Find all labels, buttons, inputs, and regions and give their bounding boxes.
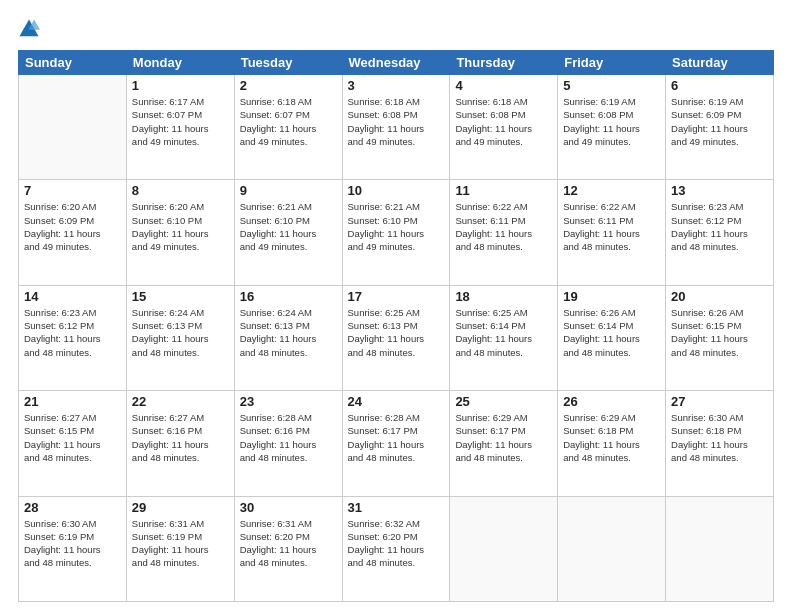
cell-info: Sunrise: 6:20 AM Sunset: 6:10 PM Dayligh… — [132, 200, 229, 253]
day-header-tuesday: Tuesday — [234, 51, 342, 75]
calendar-cell: 17Sunrise: 6:25 AM Sunset: 6:13 PM Dayli… — [342, 285, 450, 390]
day-number: 17 — [348, 289, 445, 304]
cell-info: Sunrise: 6:26 AM Sunset: 6:14 PM Dayligh… — [563, 306, 660, 359]
calendar-cell: 26Sunrise: 6:29 AM Sunset: 6:18 PM Dayli… — [558, 391, 666, 496]
cell-info: Sunrise: 6:27 AM Sunset: 6:16 PM Dayligh… — [132, 411, 229, 464]
week-row-1: 1Sunrise: 6:17 AM Sunset: 6:07 PM Daylig… — [19, 75, 774, 180]
cell-info: Sunrise: 6:31 AM Sunset: 6:19 PM Dayligh… — [132, 517, 229, 570]
logo — [18, 18, 43, 40]
calendar-page: SundayMondayTuesdayWednesdayThursdayFrid… — [0, 0, 792, 612]
day-number: 10 — [348, 183, 445, 198]
cell-info: Sunrise: 6:32 AM Sunset: 6:20 PM Dayligh… — [348, 517, 445, 570]
cell-info: Sunrise: 6:24 AM Sunset: 6:13 PM Dayligh… — [240, 306, 337, 359]
day-number: 3 — [348, 78, 445, 93]
calendar-cell: 2Sunrise: 6:18 AM Sunset: 6:07 PM Daylig… — [234, 75, 342, 180]
day-number: 20 — [671, 289, 768, 304]
day-number: 5 — [563, 78, 660, 93]
cell-info: Sunrise: 6:22 AM Sunset: 6:11 PM Dayligh… — [563, 200, 660, 253]
day-header-monday: Monday — [126, 51, 234, 75]
cell-info: Sunrise: 6:19 AM Sunset: 6:09 PM Dayligh… — [671, 95, 768, 148]
calendar-cell: 30Sunrise: 6:31 AM Sunset: 6:20 PM Dayli… — [234, 496, 342, 601]
day-header-wednesday: Wednesday — [342, 51, 450, 75]
cell-info: Sunrise: 6:18 AM Sunset: 6:08 PM Dayligh… — [348, 95, 445, 148]
cell-info: Sunrise: 6:25 AM Sunset: 6:14 PM Dayligh… — [455, 306, 552, 359]
day-number: 21 — [24, 394, 121, 409]
day-header-sunday: Sunday — [19, 51, 127, 75]
day-number: 26 — [563, 394, 660, 409]
header — [18, 18, 774, 40]
calendar-cell: 19Sunrise: 6:26 AM Sunset: 6:14 PM Dayli… — [558, 285, 666, 390]
calendar-cell — [666, 496, 774, 601]
cell-info: Sunrise: 6:26 AM Sunset: 6:15 PM Dayligh… — [671, 306, 768, 359]
day-number: 18 — [455, 289, 552, 304]
day-number: 14 — [24, 289, 121, 304]
calendar-cell: 20Sunrise: 6:26 AM Sunset: 6:15 PM Dayli… — [666, 285, 774, 390]
calendar-cell: 6Sunrise: 6:19 AM Sunset: 6:09 PM Daylig… — [666, 75, 774, 180]
day-number: 15 — [132, 289, 229, 304]
day-number: 7 — [24, 183, 121, 198]
cell-info: Sunrise: 6:21 AM Sunset: 6:10 PM Dayligh… — [240, 200, 337, 253]
calendar-cell: 13Sunrise: 6:23 AM Sunset: 6:12 PM Dayli… — [666, 180, 774, 285]
calendar-cell: 27Sunrise: 6:30 AM Sunset: 6:18 PM Dayli… — [666, 391, 774, 496]
week-row-4: 21Sunrise: 6:27 AM Sunset: 6:15 PM Dayli… — [19, 391, 774, 496]
cell-info: Sunrise: 6:30 AM Sunset: 6:18 PM Dayligh… — [671, 411, 768, 464]
calendar-cell: 23Sunrise: 6:28 AM Sunset: 6:16 PM Dayli… — [234, 391, 342, 496]
day-number: 9 — [240, 183, 337, 198]
day-number: 23 — [240, 394, 337, 409]
calendar-cell: 25Sunrise: 6:29 AM Sunset: 6:17 PM Dayli… — [450, 391, 558, 496]
cell-info: Sunrise: 6:17 AM Sunset: 6:07 PM Dayligh… — [132, 95, 229, 148]
calendar-cell: 5Sunrise: 6:19 AM Sunset: 6:08 PM Daylig… — [558, 75, 666, 180]
cell-info: Sunrise: 6:24 AM Sunset: 6:13 PM Dayligh… — [132, 306, 229, 359]
day-number: 1 — [132, 78, 229, 93]
calendar-cell: 4Sunrise: 6:18 AM Sunset: 6:08 PM Daylig… — [450, 75, 558, 180]
cell-info: Sunrise: 6:31 AM Sunset: 6:20 PM Dayligh… — [240, 517, 337, 570]
day-number: 22 — [132, 394, 229, 409]
calendar-cell: 14Sunrise: 6:23 AM Sunset: 6:12 PM Dayli… — [19, 285, 127, 390]
calendar-cell: 3Sunrise: 6:18 AM Sunset: 6:08 PM Daylig… — [342, 75, 450, 180]
cell-info: Sunrise: 6:28 AM Sunset: 6:17 PM Dayligh… — [348, 411, 445, 464]
cell-info: Sunrise: 6:21 AM Sunset: 6:10 PM Dayligh… — [348, 200, 445, 253]
day-number: 19 — [563, 289, 660, 304]
calendar-cell: 21Sunrise: 6:27 AM Sunset: 6:15 PM Dayli… — [19, 391, 127, 496]
day-header-thursday: Thursday — [450, 51, 558, 75]
cell-info: Sunrise: 6:23 AM Sunset: 6:12 PM Dayligh… — [24, 306, 121, 359]
day-number: 29 — [132, 500, 229, 515]
day-number: 25 — [455, 394, 552, 409]
week-row-2: 7Sunrise: 6:20 AM Sunset: 6:09 PM Daylig… — [19, 180, 774, 285]
day-number: 8 — [132, 183, 229, 198]
calendar-cell: 7Sunrise: 6:20 AM Sunset: 6:09 PM Daylig… — [19, 180, 127, 285]
day-number: 11 — [455, 183, 552, 198]
calendar-cell: 16Sunrise: 6:24 AM Sunset: 6:13 PM Dayli… — [234, 285, 342, 390]
day-number: 27 — [671, 394, 768, 409]
day-number: 24 — [348, 394, 445, 409]
cell-info: Sunrise: 6:29 AM Sunset: 6:18 PM Dayligh… — [563, 411, 660, 464]
day-number: 6 — [671, 78, 768, 93]
cell-info: Sunrise: 6:18 AM Sunset: 6:08 PM Dayligh… — [455, 95, 552, 148]
day-number: 4 — [455, 78, 552, 93]
calendar-cell: 15Sunrise: 6:24 AM Sunset: 6:13 PM Dayli… — [126, 285, 234, 390]
calendar-cell: 9Sunrise: 6:21 AM Sunset: 6:10 PM Daylig… — [234, 180, 342, 285]
calendar-cell: 31Sunrise: 6:32 AM Sunset: 6:20 PM Dayli… — [342, 496, 450, 601]
calendar-cell: 11Sunrise: 6:22 AM Sunset: 6:11 PM Dayli… — [450, 180, 558, 285]
day-number: 28 — [24, 500, 121, 515]
logo-icon — [18, 18, 40, 40]
day-header-friday: Friday — [558, 51, 666, 75]
calendar-cell: 24Sunrise: 6:28 AM Sunset: 6:17 PM Dayli… — [342, 391, 450, 496]
calendar-table: SundayMondayTuesdayWednesdayThursdayFrid… — [18, 50, 774, 602]
cell-info: Sunrise: 6:29 AM Sunset: 6:17 PM Dayligh… — [455, 411, 552, 464]
day-number: 13 — [671, 183, 768, 198]
day-number: 2 — [240, 78, 337, 93]
calendar-cell: 1Sunrise: 6:17 AM Sunset: 6:07 PM Daylig… — [126, 75, 234, 180]
calendar-cell: 12Sunrise: 6:22 AM Sunset: 6:11 PM Dayli… — [558, 180, 666, 285]
day-number: 12 — [563, 183, 660, 198]
day-header-saturday: Saturday — [666, 51, 774, 75]
calendar-cell: 10Sunrise: 6:21 AM Sunset: 6:10 PM Dayli… — [342, 180, 450, 285]
calendar-cell: 8Sunrise: 6:20 AM Sunset: 6:10 PM Daylig… — [126, 180, 234, 285]
calendar-cell — [19, 75, 127, 180]
cell-info: Sunrise: 6:19 AM Sunset: 6:08 PM Dayligh… — [563, 95, 660, 148]
calendar-cell: 18Sunrise: 6:25 AM Sunset: 6:14 PM Dayli… — [450, 285, 558, 390]
calendar-cell — [558, 496, 666, 601]
calendar-cell: 22Sunrise: 6:27 AM Sunset: 6:16 PM Dayli… — [126, 391, 234, 496]
cell-info: Sunrise: 6:23 AM Sunset: 6:12 PM Dayligh… — [671, 200, 768, 253]
cell-info: Sunrise: 6:18 AM Sunset: 6:07 PM Dayligh… — [240, 95, 337, 148]
